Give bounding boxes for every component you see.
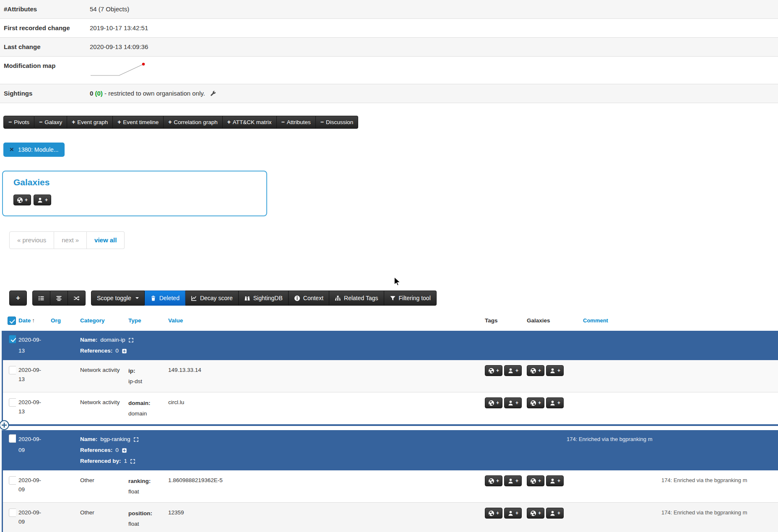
previous-page-button[interactable]: « previous [9,231,54,249]
row-checkbox[interactable] [9,476,16,485]
shuffle-view-button[interactable] [68,291,86,306]
add-global-tag-button[interactable]: + [485,365,502,376]
add-object-attribute-button[interactable] [0,420,9,430]
add-global-tag-button[interactable]: + [485,508,502,519]
list-view-button[interactable] [32,291,50,306]
attribute-tags-cell: + + [482,503,524,532]
decay-score-button[interactable]: Decay score [185,291,239,306]
attribute-comment: 174: Enriched via the bgpranking m [564,503,778,532]
plus-circle-icon [0,420,9,430]
column-header-date[interactable]: Date [18,317,31,324]
plus-icon: + [227,119,231,126]
scope-toggle-button[interactable]: Scope toggle [91,291,145,306]
object-referenced-by-label: Referenced by: [80,456,121,467]
add-local-tag-button[interactable]: + [504,397,522,408]
related-tags-button[interactable]: Related Tags [329,291,384,306]
select-all-checkbox[interactable] [8,317,16,325]
add-local-galaxy-button[interactable]: + [546,475,564,486]
object-group-bgp-ranking: 2020-09-09 Name: bgp-ranking References:… [2,430,778,532]
attribute-comment [564,392,778,424]
add-global-tag-button[interactable]: + [485,475,502,486]
row-checkbox[interactable] [9,366,16,374]
plus-icon: + [538,478,541,483]
add-global-galaxy-button[interactable]: + [527,475,544,486]
funnel-icon [390,295,396,301]
event-tag[interactable]: × 1380: Module... [3,143,65,157]
mouse-cursor [393,277,402,286]
toggle-event-timeline[interactable]: +Event timeline [113,116,164,129]
column-header-type[interactable]: Type [128,317,141,324]
plus-icon: + [168,119,172,126]
person-icon [37,197,43,203]
add-global-galaxy-button[interactable]: + [13,195,31,205]
row-checkbox[interactable] [9,509,16,517]
attributes-count: 54 (7 Objects) [90,0,778,18]
add-global-galaxy-button[interactable]: + [527,508,544,519]
filter-group: Scope toggle Deleted Decay score Sightin… [91,291,437,306]
column-header-comment[interactable]: Comment [583,317,608,324]
plus-icon: + [538,400,541,405]
attribute-galaxies-cell: + + [524,503,564,532]
info-label: Modification map [0,57,90,75]
add-attribute-button[interactable]: + [9,291,27,306]
attribute-tags-cell: + + [482,360,524,392]
toggle-discussion[interactable]: −Discussion [316,116,358,129]
object-group-domain-ip: 2020-09-13 Name: domain-ip References: 0… [2,331,778,426]
person-icon [549,510,556,516]
object-references-label: References: [80,345,112,356]
object-header-row: 2020-09-13 Name: domain-ip References: 0 [3,331,778,360]
remove-tag-icon[interactable]: × [10,147,14,152]
toggle-galaxy[interactable]: −Galaxy [34,116,67,129]
add-local-galaxy-button[interactable]: + [34,195,51,205]
column-header-org[interactable]: Org [51,317,61,324]
toggle-correlation-graph[interactable]: +Correlation graph [164,116,223,129]
attribute-category: Other [78,470,126,502]
plus-icon: + [557,511,560,516]
plus-icon: + [557,400,560,405]
add-reference-icon[interactable] [122,348,127,354]
info-row-modification-map: Modification map [0,57,778,84]
context-button[interactable]: Context [289,291,329,306]
add-global-galaxy-button[interactable]: + [527,365,544,376]
object-referenced-by-count: 1 [124,456,127,467]
column-header-value[interactable]: Value [168,317,183,324]
plus-icon: + [515,511,518,516]
add-global-tag-button[interactable]: + [485,397,502,408]
expand-icon[interactable] [128,337,134,343]
wrench-icon[interactable] [210,90,216,97]
expand-icon[interactable] [130,459,135,464]
deleted-filter-button[interactable]: Deleted [145,291,185,306]
toggle-event-graph[interactable]: +Event graph [67,116,113,129]
globe-icon [530,400,536,406]
view-all-button[interactable]: view all [87,231,125,249]
plus-icon: + [117,119,121,126]
row-checkbox[interactable] [9,434,16,443]
add-local-tag-button[interactable]: + [504,475,522,486]
toggle-attack-matrix[interactable]: +ATT&CK matrix [223,116,277,129]
add-reference-icon[interactable] [122,448,127,453]
column-header-category[interactable]: Category [80,317,105,324]
add-local-galaxy-button[interactable]: + [546,397,564,408]
person-icon [549,400,556,406]
proposals-view-button[interactable] [50,291,68,306]
attribute-org [48,360,78,392]
add-local-tag-button[interactable]: + [504,508,522,519]
add-global-galaxy-button[interactable]: + [527,397,544,408]
object-comment [564,331,778,360]
add-local-galaxy-button[interactable]: + [546,365,564,376]
add-local-galaxy-button[interactable]: + [546,508,564,519]
line-chart-icon [191,295,197,301]
globe-icon [530,478,536,484]
toggle-pivots[interactable]: −Pivots [3,116,34,129]
row-checkbox[interactable] [9,335,16,343]
add-local-tag-button[interactable]: + [504,365,522,376]
row-checkbox[interactable] [9,398,16,407]
toggle-attributes[interactable]: −Attributes [277,116,316,129]
filtering-tool-button[interactable]: Filtering tool [384,291,437,306]
last-change-value: 2020-09-13 14:09:36 [90,38,778,56]
sightingdb-button[interactable]: SightingDB [239,291,289,306]
attribute-org [48,503,78,532]
expand-icon[interactable] [133,437,139,442]
next-page-button[interactable]: next » [54,231,87,249]
object-references-count: 0 [115,445,119,456]
